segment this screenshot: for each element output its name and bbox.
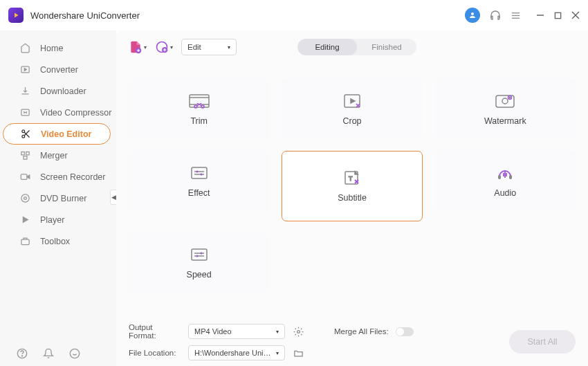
tile-label: Trim <box>190 116 208 126</box>
svg-point-20 <box>24 197 26 200</box>
help-icon[interactable] <box>17 348 28 359</box>
tile-audio[interactable]: Audio <box>435 151 576 212</box>
tile-label: Subtitle <box>338 193 367 203</box>
svg-point-0 <box>471 12 474 15</box>
converter-icon <box>19 64 30 75</box>
tile-effect[interactable]: Effect <box>129 151 269 212</box>
compress-icon <box>19 107 30 118</box>
svg-rect-48 <box>509 175 512 179</box>
merge-label: Merge All Files: <box>334 327 389 336</box>
disc-icon <box>19 193 30 203</box>
sidebar-item-label: Downloader <box>40 86 86 96</box>
user-avatar-icon[interactable] <box>465 8 480 23</box>
sidebar-item-compressor[interactable]: Video Compressor <box>0 102 116 123</box>
svg-point-19 <box>21 194 28 202</box>
sidebar-item-converter[interactable]: Converter <box>0 59 116 80</box>
svg-point-39 <box>510 97 511 98</box>
sidebar-item-toolbox[interactable]: Toolbox <box>0 230 116 252</box>
svg-point-12 <box>21 135 24 138</box>
svg-rect-15 <box>21 152 24 155</box>
file-location-label: File Location: <box>129 349 180 357</box>
svg-rect-5 <box>555 12 560 18</box>
sidebar-item-label: Video Editor <box>41 129 91 139</box>
close-icon[interactable] <box>571 11 580 19</box>
add-folder-button[interactable]: ▾ <box>155 40 173 54</box>
sidebar-item-label: Toolbox <box>40 237 70 246</box>
watermark-icon <box>495 93 515 109</box>
toolbar: ▾ ▾ Edit ▾ Editing Finished <box>116 30 588 64</box>
audio-icon <box>495 165 515 181</box>
sidebar-item-home[interactable]: Home <box>0 37 116 59</box>
svg-point-33 <box>201 105 204 108</box>
start-all-button[interactable]: Start All <box>509 330 576 354</box>
svg-rect-18 <box>21 174 27 180</box>
sidebar-item-video-editor[interactable]: Video Editor <box>3 123 111 145</box>
chevron-down-icon: ▾ <box>276 329 279 335</box>
chevron-down-icon: ▾ <box>170 44 173 51</box>
download-icon <box>19 86 30 96</box>
svg-point-24 <box>21 356 22 356</box>
maximize-icon[interactable] <box>554 12 562 19</box>
svg-point-44 <box>200 174 202 176</box>
sidebar-item-label: DVD Burner <box>40 194 86 203</box>
sidebar-item-label: Home <box>40 44 63 53</box>
main-panel: ▾ ▾ Edit ▾ Editing Finished <box>116 30 588 366</box>
trim-icon <box>189 93 210 109</box>
speed-icon <box>189 246 210 263</box>
home-icon <box>19 43 30 53</box>
tile-label: Crop <box>342 116 361 126</box>
sidebar-item-downloader[interactable]: Downloader <box>0 80 116 102</box>
tab-editing[interactable]: Editing <box>297 39 357 55</box>
tab-finished[interactable]: Finished <box>357 39 416 55</box>
effect-icon <box>189 165 210 181</box>
titlebar: Wondershare UniConverter <box>0 0 588 30</box>
svg-marker-35 <box>351 99 355 103</box>
svg-marker-21 <box>22 217 28 223</box>
add-file-button[interactable]: ▾ <box>129 40 147 54</box>
sidebar-item-label: Screen Recorder <box>40 172 106 182</box>
headphones-icon[interactable] <box>490 10 501 21</box>
svg-point-37 <box>502 98 508 104</box>
bell-icon[interactable] <box>43 348 54 359</box>
svg-point-25 <box>70 349 79 358</box>
tile-trim[interactable]: Trim <box>129 79 269 140</box>
scissors-icon <box>20 129 31 139</box>
sidebar-item-label: Merger <box>40 151 68 161</box>
sidebar-item-player[interactable]: Player <box>0 209 116 230</box>
sidebar-item-label: Converter <box>40 65 78 75</box>
sidebar-item-dvd-burner[interactable]: DVD Burner <box>0 187 116 209</box>
file-location-select[interactable]: H:\Wondershare UniConverter 1 ▾ <box>188 345 285 360</box>
svg-point-55 <box>200 253 202 255</box>
tile-watermark[interactable]: Watermark <box>435 79 576 140</box>
svg-rect-16 <box>26 152 28 155</box>
svg-marker-9 <box>24 68 26 71</box>
svg-rect-17 <box>24 156 27 159</box>
app-title: Wondershare UniConverter <box>30 10 140 21</box>
play-icon <box>19 214 30 225</box>
sidebar-item-merger[interactable]: Merger <box>0 145 116 166</box>
svg-rect-40 <box>192 167 207 179</box>
output-format-select[interactable]: MP4 Video ▾ <box>188 324 285 339</box>
add-circle-icon <box>155 40 169 54</box>
output-format-label: Output Format: <box>129 323 180 340</box>
tile-crop[interactable]: Crop <box>282 79 422 140</box>
tab-switch: Editing Finished <box>297 39 416 55</box>
edit-dropdown[interactable]: Edit ▾ <box>181 39 237 55</box>
tile-subtitle[interactable]: T Subtitle <box>282 151 422 221</box>
feedback-icon[interactable] <box>69 348 80 359</box>
svg-rect-52 <box>192 249 207 260</box>
subtitle-icon: T <box>342 170 362 186</box>
svg-point-11 <box>21 130 24 133</box>
tile-speed[interactable]: Speed <box>129 232 269 293</box>
merge-toggle[interactable] <box>396 327 414 336</box>
settings-gear-icon[interactable] <box>293 327 304 337</box>
hamburger-menu-icon[interactable] <box>511 10 521 21</box>
folder-open-icon[interactable] <box>293 348 304 358</box>
chevron-down-icon: ▾ <box>228 44 230 51</box>
sidebar-item-screen-recorder[interactable]: Screen Recorder <box>0 166 116 187</box>
svg-point-56 <box>196 255 198 257</box>
chevron-down-icon: ▾ <box>144 44 147 51</box>
minimize-icon[interactable] <box>536 11 544 19</box>
chevron-down-icon: ▾ <box>276 350 279 356</box>
svg-point-43 <box>196 171 198 173</box>
